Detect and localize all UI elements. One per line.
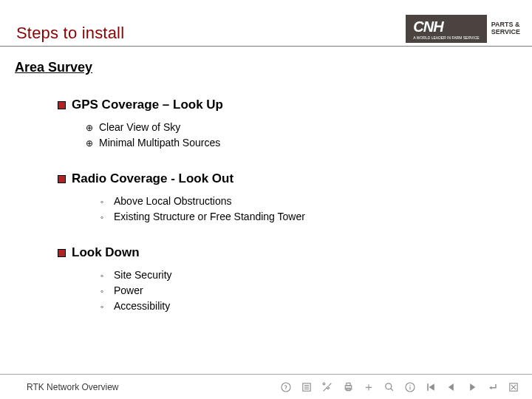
brand-tagline-line2: SERVICE [491, 29, 520, 36]
ring-icon: ◦ [100, 195, 111, 208]
square-bullet-icon [58, 175, 66, 183]
print-icon[interactable] [341, 381, 355, 394]
slide-title: Steps to install [16, 24, 124, 43]
svg-point-12 [386, 383, 392, 389]
zoom-icon[interactable] [383, 381, 396, 394]
topic-title: GPS Coverage – Look Up [72, 98, 223, 112]
ring-icon: ◦ [100, 211, 111, 224]
list-item: ⊕Clear View of Sky [86, 120, 517, 135]
square-bullet-icon [58, 249, 66, 257]
brand-logo: CNH A WORLD LEADER IN FARM SERVICE [406, 15, 486, 43]
list-item: ⊕Minimal Multipath Sources [86, 135, 517, 151]
return-icon[interactable] [486, 381, 499, 394]
svg-marker-19 [449, 383, 454, 391]
list-item-text: Power [114, 283, 143, 299]
slide-header: Steps to install CNH A WORLD LEADER IN F… [0, 0, 532, 47]
brand-logo-subtext: A WORLD LEADER IN FARM SERVICE [413, 35, 479, 40]
list-item-text: Minimal Multipath Sources [99, 135, 220, 151]
brand-block: CNH A WORLD LEADER IN FARM SERVICE PARTS… [406, 15, 520, 43]
svg-line-6 [324, 387, 327, 391]
ring-icon: ◦ [100, 300, 111, 313]
list-item-text: Existing Structure or Free Standing Towe… [114, 209, 305, 225]
crosshair-icon: ⊕ [86, 121, 96, 134]
topic-block: Radio Coverage - Look Out ◦Above Local O… [58, 171, 517, 225]
brand-tagline: PARTS & SERVICE [491, 21, 520, 36]
list-item: ◦Power [100, 283, 517, 299]
sub-list: ◦Site Security ◦Power ◦Accessibility [100, 267, 517, 314]
list-item-text: Site Security [114, 267, 172, 283]
list-item: ◦Above Local Obstructions [100, 194, 517, 209]
list-item-text: Clear View of Sky [99, 120, 180, 135]
contents-icon[interactable] [300, 381, 313, 394]
topic-block: Look Down ◦Site Security ◦Power ◦Accessi… [58, 245, 517, 314]
svg-marker-18 [429, 383, 434, 391]
svg-point-8 [323, 383, 325, 385]
list-item: ◦Existing Structure or Free Standing Tow… [100, 209, 517, 225]
svg-marker-20 [470, 383, 475, 391]
sub-list: ◦Above Local Obstructions ◦Existing Stru… [100, 194, 517, 225]
topic-heading: Look Down [58, 245, 517, 260]
square-bullet-icon [58, 101, 66, 109]
nav-toolbar: ＋ [279, 381, 520, 394]
topic-block: GPS Coverage – Look Up ⊕Clear View of Sk… [58, 98, 517, 151]
sub-list: ⊕Clear View of Sky ⊕Minimal Multipath So… [86, 120, 517, 151]
svg-line-7 [329, 383, 332, 386]
footer-label: RTK Network Overview [27, 382, 118, 392]
list-item: ◦Accessibility [100, 299, 517, 314]
info-icon[interactable] [403, 381, 417, 394]
prev-icon[interactable] [445, 381, 458, 394]
slide-footer: RTK Network Overview ＋ [0, 374, 532, 399]
brand-logo-text: CNH [413, 18, 443, 35]
first-icon[interactable] [424, 381, 437, 394]
topic-title: Radio Coverage - Look Out [72, 171, 233, 186]
zoom-in-icon[interactable]: ＋ [362, 381, 375, 394]
help-icon[interactable] [279, 381, 293, 394]
list-item-text: Accessibility [114, 299, 170, 314]
slide-body: Area Survey GPS Coverage – Look Up ⊕Clea… [0, 47, 532, 314]
svg-rect-10 [346, 383, 349, 385]
svg-line-13 [391, 388, 393, 390]
svg-rect-17 [427, 383, 429, 391]
topic-heading: Radio Coverage - Look Out [58, 171, 517, 186]
topic-title: Look Down [72, 245, 140, 260]
ring-icon: ◦ [100, 269, 111, 282]
tools-icon[interactable] [321, 381, 334, 394]
list-item: ◦Site Security [100, 267, 517, 283]
ring-icon: ◦ [100, 284, 111, 298]
section-heading: Area Survey [15, 60, 517, 75]
crosshair-icon: ⊕ [86, 137, 96, 150]
svg-marker-21 [489, 386, 491, 389]
exit-icon[interactable] [507, 381, 520, 394]
list-item-text: Above Local Obstructions [114, 194, 232, 209]
svg-point-1 [286, 389, 287, 389]
svg-point-16 [409, 384, 410, 385]
topic-heading: GPS Coverage – Look Up [58, 98, 517, 112]
next-icon[interactable] [466, 381, 479, 394]
